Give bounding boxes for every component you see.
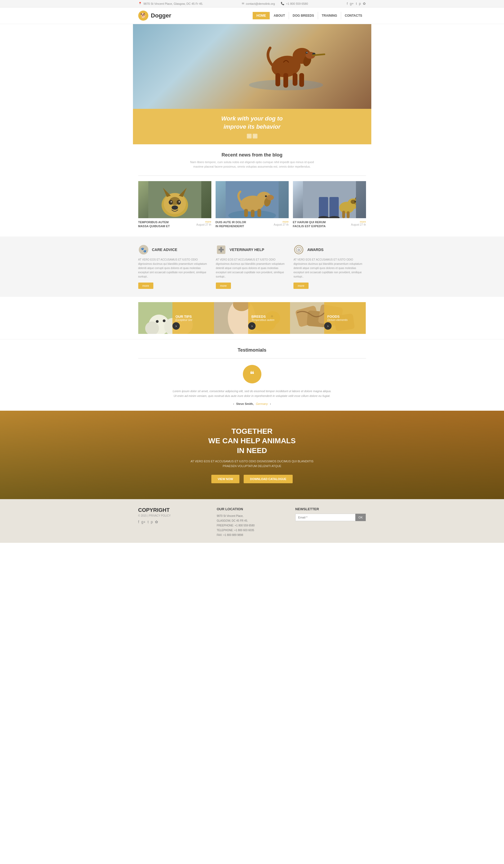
svg-point-61 bbox=[156, 320, 158, 323]
footer-address: 9870 St Vincent Place, GLASGOW, DC 45 FR… bbox=[217, 514, 287, 538]
phone-icon: 📞 bbox=[281, 2, 285, 5]
footer-instagram-icon[interactable]: ✿ bbox=[155, 520, 158, 524]
blog-image-2 bbox=[216, 181, 289, 218]
cta-section: TOGETHER WE CAN HELP ANIMALS IN NEED AT … bbox=[0, 411, 504, 499]
logo[interactable]: 🐕 Dogger bbox=[138, 11, 171, 21]
google-plus-icon[interactable]: g+ bbox=[350, 2, 354, 5]
footer-twitter-icon[interactable]: t bbox=[147, 520, 148, 524]
promo-section: OUR TIPS Excepteur sint › BREEDS Tempest… bbox=[133, 297, 371, 339]
blog-title-3: ET HARUM QUI RERUM FACILIS EST EXPEDITA bbox=[293, 220, 351, 228]
footer-google-plus-icon[interactable]: g+ bbox=[141, 520, 145, 524]
vet-help-title: VETERINARY HELP bbox=[230, 248, 264, 252]
cta-buttons: VIEW NOW DOWNLOAD CATALOGUE bbox=[5, 475, 499, 483]
care-advice-btn[interactable]: more bbox=[138, 283, 153, 289]
svg-rect-46 bbox=[347, 211, 350, 218]
testimonials-title: Testimonials bbox=[138, 347, 366, 353]
email-text: contact@demolink.org bbox=[246, 2, 275, 5]
phone-text: +1 800 559 6580 bbox=[286, 2, 308, 5]
nav-home[interactable]: HOME bbox=[253, 12, 270, 19]
facebook-icon[interactable]: f bbox=[347, 2, 348, 5]
svg-rect-52 bbox=[218, 249, 224, 251]
svg-rect-11 bbox=[293, 73, 297, 86]
footer-social-links: f g+ t p ✿ bbox=[138, 520, 209, 524]
nav-training[interactable]: TRAINING bbox=[318, 12, 341, 19]
nav-dog-breeds[interactable]: DOG BREEDS bbox=[289, 12, 318, 19]
blog-image-1 bbox=[138, 181, 211, 218]
hero-image bbox=[133, 24, 371, 109]
promo-title-tips: OUR TIPS bbox=[176, 314, 192, 319]
features-section: 🐾 CARE ADVICE AT VERO EOS ET ACCUSAMUS E… bbox=[0, 237, 504, 297]
newsletter-submit-btn[interactable]: OK bbox=[356, 514, 366, 521]
promo-overlay-breeds: BREEDS Tempestibus autem bbox=[248, 302, 290, 334]
logo-icon: 🐕 bbox=[138, 11, 148, 21]
svg-rect-9 bbox=[275, 73, 280, 86]
blog-meta-3: ET HARUM QUI RERUM FACILIS EST EXPEDITA … bbox=[293, 220, 366, 228]
footer-col-newsletter: NEWSLETTER OK bbox=[295, 507, 366, 538]
nav-about[interactable]: ABOUT bbox=[270, 12, 289, 19]
promo-subtitle-foods: Dictum elementis bbox=[327, 319, 348, 322]
promo-card-breeds: BREEDS Tempestibus autem › bbox=[214, 302, 290, 334]
blog-card-1: TEMPORIBUS AUTEM MASSA QUIBUSAM ET more … bbox=[138, 181, 211, 228]
footer-pinterest-icon[interactable]: p bbox=[151, 520, 153, 524]
awards-btn[interactable]: more bbox=[293, 283, 309, 289]
promo-overlay-foods: FOODS Dictum elementis bbox=[324, 302, 366, 334]
hero-tagline: Work with your dog to improve its behavi… bbox=[138, 115, 366, 131]
testimonials-section: Testimonials ❝ Lorem ipsum dolor sit ame… bbox=[0, 339, 504, 411]
blog-section-title: Recent news from the blog bbox=[138, 152, 366, 158]
svg-point-47 bbox=[351, 200, 356, 204]
view-now-button[interactable]: VIEW NOW bbox=[211, 475, 239, 483]
footer-copyright-sub: © 2015 | PRIVACY POLICY bbox=[138, 514, 209, 517]
blog-more-1[interactable]: more August 27 th bbox=[196, 220, 211, 226]
nav-contacts[interactable]: CONTACTS bbox=[341, 12, 366, 19]
svg-point-62 bbox=[163, 319, 165, 322]
blog-image-3 bbox=[293, 181, 366, 218]
promo-card-tips: OUR TIPS Excepteur sint › bbox=[138, 302, 214, 334]
hero-next-button[interactable]: › bbox=[253, 134, 257, 139]
footer-copyright-title: COPYRIGHT bbox=[138, 507, 209, 513]
blog-card-3: ET HARUM QUI RERUM FACILIS EST EXPEDITA … bbox=[293, 181, 366, 228]
care-advice-title: CARE ADVICE bbox=[152, 248, 178, 252]
footer-newsletter-title: NEWSLETTER bbox=[295, 507, 366, 511]
prev-testimonial-btn[interactable]: ‹ bbox=[233, 402, 234, 405]
awards-icon: ⚙ bbox=[293, 244, 304, 255]
newsletter-form: OK bbox=[295, 514, 366, 521]
pinterest-icon[interactable]: p bbox=[359, 2, 361, 5]
promo-title-breeds: BREEDS bbox=[251, 314, 266, 319]
svg-text:⚙: ⚙ bbox=[297, 248, 301, 252]
footer-location-title: OUR LOCATION bbox=[217, 507, 287, 511]
svg-text:🐾: 🐾 bbox=[141, 247, 147, 253]
care-advice-icon: 🐾 bbox=[138, 244, 149, 255]
footer-facebook-icon[interactable]: f bbox=[138, 520, 139, 524]
cta-subtitle: AT VERO EOS ET ACCUSAMUS ET IUSTO ODIO D… bbox=[186, 459, 319, 468]
blog-more-2[interactable]: more August 27 th bbox=[274, 220, 288, 226]
svg-rect-32 bbox=[251, 210, 254, 217]
download-catalogue-button[interactable]: DOWNLOAD CATALOGUE bbox=[244, 475, 293, 483]
hero-dog-svg bbox=[244, 24, 328, 93]
promo-arrow-tips[interactable]: › bbox=[172, 322, 180, 330]
blog-title-2: DUIS AUTE IR DOLOR IN REPREHENDERIT bbox=[216, 220, 274, 228]
header: 🐕 Dogger HOME ABOUT DOG BREEDS TRAINING … bbox=[0, 8, 504, 24]
promo-arrow-breeds[interactable]: › bbox=[248, 322, 255, 330]
blog-section-subtitle: Nam libero tempore, cum soluta nobis est… bbox=[186, 160, 319, 169]
instagram-icon[interactable]: ✿ bbox=[363, 2, 366, 5]
blog-more-3[interactable]: more August 27 th bbox=[351, 220, 366, 226]
feature-awards: ⚙ AWARDS AT VERO EOS ET ACCUSAMUS ET IUS… bbox=[293, 244, 366, 289]
hero-section: Work with your dog to improve its behavi… bbox=[133, 24, 371, 144]
promo-subtitle-tips: Excepteur sint bbox=[176, 319, 192, 322]
hero-prev-button[interactable]: ‹ bbox=[247, 134, 252, 139]
next-testimonial-btn[interactable]: › bbox=[270, 402, 271, 405]
testimonial-author: ‹ Steve Smith, Germany › bbox=[138, 402, 366, 405]
vet-help-text: AT VERO EOS ET ACCUSAMUS ET IUSTO ODIO d… bbox=[216, 257, 288, 279]
hero-banner: Work with your dog to improve its behavi… bbox=[133, 109, 371, 144]
quote-icon: ❝ bbox=[243, 365, 261, 383]
svg-point-23 bbox=[169, 197, 180, 205]
svg-rect-36 bbox=[329, 197, 339, 218]
svg-rect-35 bbox=[319, 197, 328, 218]
promo-subtitle-breeds: Tempestibus autem bbox=[251, 319, 274, 322]
twitter-icon[interactable]: t bbox=[356, 2, 357, 5]
blog-meta-2: DUIS AUTE IR DOLOR IN REPREHENDERIT more… bbox=[216, 220, 289, 228]
vet-help-btn[interactable]: more bbox=[216, 283, 231, 289]
promo-arrow-foods[interactable]: › bbox=[324, 322, 332, 330]
logo-text: Dogger bbox=[151, 12, 171, 19]
newsletter-email-input[interactable] bbox=[295, 514, 356, 521]
